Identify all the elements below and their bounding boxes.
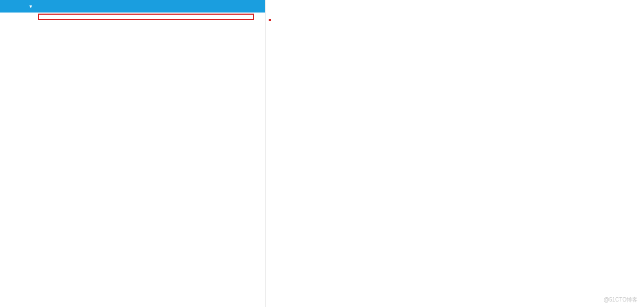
collapse-icon: ▾	[29, 3, 32, 9]
code-section-header[interactable]: ▾	[0, 0, 265, 13]
bytecode-tree-panel: ▾	[0, 0, 265, 307]
watermark: @51CTO博客	[604, 296, 637, 304]
hex-highlight-box	[269, 19, 271, 21]
bytecode-listing	[38, 14, 254, 20]
hex-view-panel	[265, 0, 644, 307]
